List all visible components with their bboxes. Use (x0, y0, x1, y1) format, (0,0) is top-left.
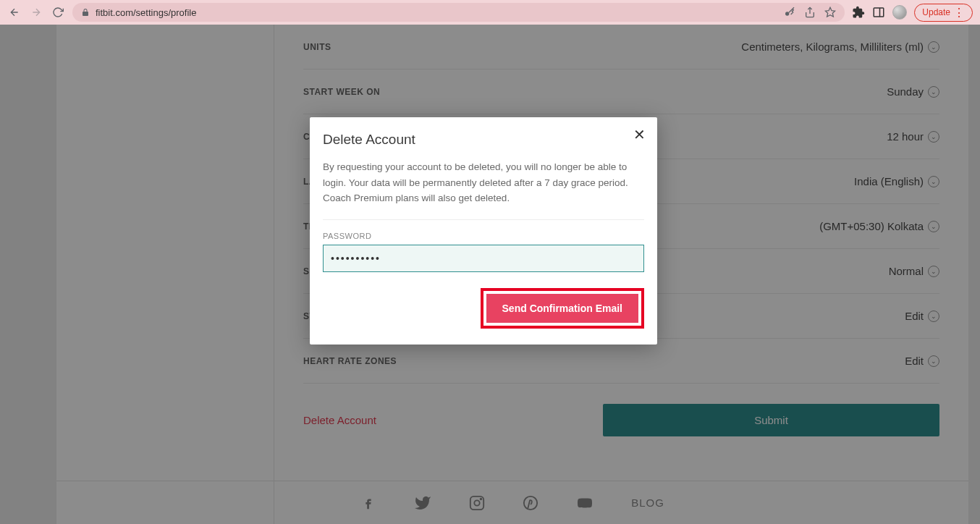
share-icon[interactable] (804, 7, 816, 18)
reload-button[interactable] (51, 5, 65, 20)
modal-title: Delete Account (323, 132, 644, 148)
password-label: PASSWORD (323, 232, 644, 240)
address-bar[interactable]: fitbit.com/settings/profile (72, 3, 845, 22)
panel-icon[interactable] (872, 6, 885, 19)
profile-avatar-icon[interactable] (892, 5, 907, 20)
highlight-box: Send Confirmation Email (481, 288, 644, 329)
close-icon[interactable]: ✕ (633, 126, 646, 143)
url-text: fitbit.com/settings/profile (96, 7, 196, 18)
update-label: Update (922, 7, 950, 17)
forward-button[interactable] (29, 5, 43, 20)
star-icon[interactable] (824, 7, 836, 18)
svg-rect-3 (874, 8, 884, 17)
update-button[interactable]: Update ⋮ (914, 4, 973, 22)
back-button[interactable] (7, 5, 22, 20)
modal-body-text: By requesting your account to be deleted… (323, 159, 644, 220)
svg-point-0 (785, 12, 789, 15)
delete-account-modal: Delete Account ✕ By requesting your acco… (310, 117, 657, 345)
browser-toolbar: fitbit.com/settings/profile Update ⋮ (0, 0, 980, 25)
extensions-icon[interactable] (852, 6, 865, 19)
arrow-left-icon (9, 7, 20, 18)
send-confirmation-button[interactable]: Send Confirmation Email (486, 294, 638, 323)
svg-marker-2 (826, 7, 835, 17)
password-input[interactable] (323, 245, 644, 272)
chrome-menu-icon: ⋮ (953, 6, 965, 20)
arrow-right-icon (30, 7, 42, 18)
reload-icon (52, 7, 64, 18)
key-icon[interactable] (784, 7, 795, 18)
lock-icon (81, 8, 90, 17)
